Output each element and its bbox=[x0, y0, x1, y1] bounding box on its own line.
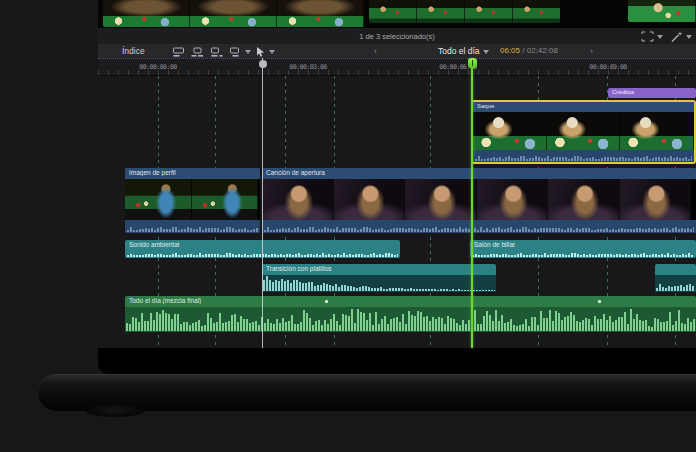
audio-waveform bbox=[263, 276, 495, 291]
filmstrip-frame bbox=[334, 179, 406, 220]
previous-project-button[interactable]: ‹ bbox=[374, 46, 377, 56]
clip-profile-image[interactable]: Imagen de perfil bbox=[125, 168, 260, 233]
connect-clip-button[interactable] bbox=[172, 47, 185, 57]
viewer-display-button[interactable] bbox=[641, 31, 663, 42]
filmstrip-frame bbox=[620, 112, 694, 150]
browser-pane bbox=[98, 0, 696, 27]
keyframe-dot[interactable] bbox=[325, 300, 328, 303]
clip-credits[interactable]: Créditos bbox=[608, 88, 696, 98]
project-menu[interactable]: Todo el día bbox=[438, 46, 489, 56]
filmstrip-frame bbox=[477, 179, 549, 220]
magic-wand-icon bbox=[670, 31, 683, 43]
insert-clip-button[interactable] bbox=[191, 47, 204, 57]
filmstrip-frame bbox=[628, 0, 696, 22]
macbook-scene: 1 de 3 seleccionado(s) Índice bbox=[0, 0, 696, 452]
timeline-ruler[interactable]: 00:00:00:00 00:00:03:00 00:00:06:00 00:0… bbox=[98, 58, 696, 76]
filmstrip-frame bbox=[192, 179, 259, 220]
arrow-cursor-icon bbox=[256, 46, 266, 58]
filmstrip-frame bbox=[548, 179, 620, 220]
browser-filmstrip-pool-table[interactable] bbox=[369, 0, 560, 23]
clip-opening-song[interactable]: Canción de apertura bbox=[262, 168, 696, 233]
clip-audio-waveform bbox=[125, 220, 260, 233]
filmstrip-frame bbox=[277, 0, 364, 27]
insert-clip-icon bbox=[191, 47, 204, 57]
timeline-toolbar: Índice bbox=[98, 44, 696, 58]
enhancements-button[interactable] bbox=[670, 31, 692, 43]
clip-final-mix[interactable]: Todo el día (mezcla final) bbox=[125, 296, 696, 332]
ruler-label: 00:00:03:00 bbox=[289, 63, 327, 71]
tool-select-button[interactable] bbox=[256, 46, 275, 58]
audio-waveform bbox=[126, 309, 695, 331]
clip-audio-cropped[interactable] bbox=[655, 264, 696, 292]
chevron-down-icon bbox=[269, 50, 275, 57]
filmstrip-frame bbox=[547, 112, 621, 150]
macbook-base bbox=[38, 374, 696, 411]
ruler-label: 00:00:00:00 bbox=[139, 63, 177, 71]
crop-frame-icon bbox=[641, 31, 654, 42]
filmstrip-frame bbox=[103, 0, 190, 27]
filmstrip-frame bbox=[620, 179, 692, 220]
filmstrip-frame bbox=[369, 0, 417, 23]
append-clip-button[interactable] bbox=[210, 47, 223, 57]
chevron-down-icon bbox=[686, 35, 692, 42]
browser-filmstrip-dog-pool[interactable] bbox=[103, 0, 365, 27]
filmstrip-frame bbox=[190, 0, 277, 27]
clip-audio-waveform bbox=[262, 220, 696, 233]
fcp-window: 1 de 3 seleccionado(s) Índice bbox=[98, 0, 696, 374]
chevron-down-icon bbox=[657, 35, 663, 42]
timecode-total: / 02:42:08 bbox=[522, 46, 558, 55]
filmstrip-frame bbox=[417, 0, 465, 23]
chevron-down-icon bbox=[245, 50, 251, 57]
audio-waveform bbox=[127, 224, 258, 232]
filmstrip-frame bbox=[125, 179, 192, 220]
clip-break-shot-selected[interactable]: Saque bbox=[471, 100, 696, 164]
overwrite-clip-icon bbox=[229, 47, 242, 57]
index-button[interactable]: Índice bbox=[122, 46, 145, 56]
skimmer-pin[interactable] bbox=[259, 60, 267, 68]
timecode-display: 06:05 / 02:42:08 bbox=[500, 46, 558, 55]
next-project-button[interactable]: › bbox=[590, 46, 593, 56]
audio-waveform bbox=[475, 153, 692, 161]
keyframe-dot[interactable] bbox=[598, 300, 601, 303]
chevron-down-icon bbox=[483, 50, 489, 57]
playhead-line[interactable] bbox=[471, 58, 473, 348]
clip-filmstrip bbox=[125, 179, 260, 220]
playhead-handle[interactable] bbox=[468, 58, 477, 68]
append-clip-icon bbox=[210, 47, 223, 57]
filmstrip-frame bbox=[405, 179, 477, 220]
connect-clip-icon bbox=[172, 47, 185, 57]
filmstrip-frame bbox=[473, 112, 547, 150]
overwrite-clip-button[interactable] bbox=[229, 47, 251, 57]
timecode-current: 06:05 bbox=[500, 46, 520, 55]
clip-filmstrip bbox=[473, 112, 694, 150]
audio-waveform bbox=[264, 224, 694, 232]
filmstrip-frame bbox=[513, 0, 560, 23]
clip-cymbal-transition[interactable]: Transición con platillos bbox=[262, 264, 496, 292]
browser-status-bar: 1 de 3 seleccionado(s) bbox=[98, 27, 696, 44]
audio-waveform bbox=[472, 251, 694, 257]
clip-audio-waveform bbox=[473, 150, 694, 162]
macbook-foot bbox=[86, 405, 144, 417]
filmstrip-frame bbox=[465, 0, 513, 23]
skimmer-line[interactable] bbox=[262, 58, 263, 348]
ruler-label: 00:00:09:00 bbox=[589, 63, 627, 71]
browser-thumbnail-pool-table[interactable] bbox=[628, 0, 696, 22]
selection-status: 1 de 3 seleccionado(s) bbox=[359, 32, 434, 41]
filmstrip-frame bbox=[262, 179, 334, 220]
clip-filmstrip bbox=[262, 179, 696, 220]
clip-pool-hall[interactable]: Salón de billar bbox=[470, 240, 696, 258]
audio-waveform bbox=[656, 279, 695, 291]
